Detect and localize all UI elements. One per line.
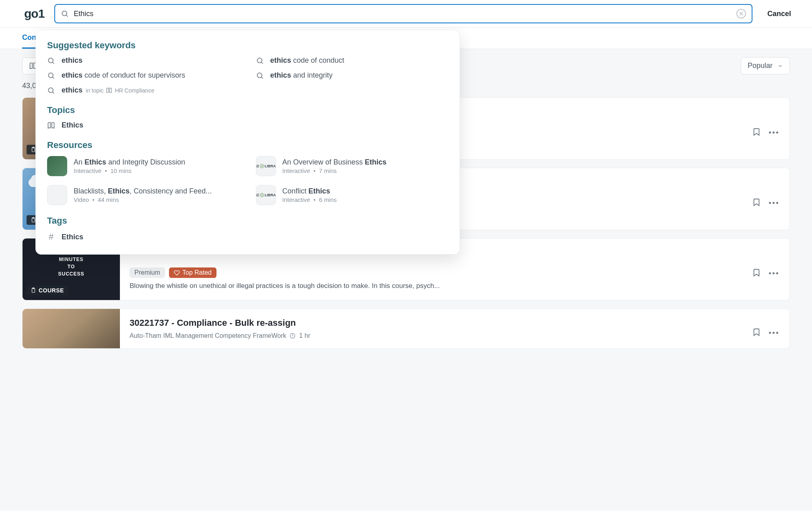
clipboard-icon: [31, 288, 36, 293]
sort-dropdown[interactable]: Popular: [741, 57, 790, 74]
svg-point-19: [48, 88, 53, 93]
svg-point-15: [48, 73, 53, 78]
resource-suggestion[interactable]: An Ethics and Integrity Discussion Inter…: [47, 156, 240, 176]
resources-section: Resources An Ethics and Integrity Discus…: [47, 140, 448, 205]
topic-suggestion[interactable]: Ethics: [47, 121, 448, 130]
search-icon: [256, 72, 264, 80]
badge-row: Premium Top Rated: [130, 267, 742, 278]
svg-line-14: [261, 62, 263, 64]
section-title: Topics: [47, 105, 448, 115]
search-icon: [61, 10, 69, 18]
card-title: 30221737 - Compliance - Bulk re-assign: [130, 318, 742, 328]
suggested-keywords-section: Suggested keywords ethics ethics code of…: [47, 40, 448, 95]
search-icon: [47, 57, 55, 65]
bookmark-button[interactable]: [752, 198, 761, 208]
resource-suggestion[interactable]: Blacklists, Ethics, Consistency and Feed…: [47, 185, 240, 205]
search-suggestions-panel: Suggested keywords ethics ethics code of…: [35, 30, 460, 255]
more-actions-button[interactable]: [769, 332, 778, 334]
section-title: Tags: [47, 216, 448, 226]
bookmark-button[interactable]: [752, 328, 761, 338]
svg-line-18: [261, 77, 263, 78]
bookmark-icon: [752, 127, 761, 136]
search-box[interactable]: [54, 4, 752, 23]
cancel-button[interactable]: Cancel: [763, 6, 796, 21]
top-rated-badge: Top Rated: [169, 267, 216, 278]
search-icon: [47, 86, 55, 95]
svg-point-0: [62, 11, 67, 16]
chevron-down-icon: [777, 63, 783, 69]
resource-suggestion[interactable]: IZLIBRA An Overview of Business Ethics I…: [256, 156, 449, 176]
keyword-suggestion[interactable]: ethics code of conduct for supervisors: [47, 71, 240, 80]
heart-icon: [174, 270, 180, 276]
bookmark-button[interactable]: [752, 127, 761, 138]
more-actions-button[interactable]: [769, 272, 778, 274]
more-actions-button[interactable]: [769, 132, 778, 134]
tag-suggestion[interactable]: # Ethics: [47, 232, 448, 242]
card-meta: Auto-Tham IML Management Competency Fram…: [130, 332, 742, 339]
keyword-suggestion[interactable]: ethics code of conduct: [256, 56, 449, 65]
card-actions: [752, 309, 789, 348]
premium-badge: Premium: [130, 267, 165, 278]
more-actions-button[interactable]: [769, 202, 778, 204]
resource-suggestion[interactable]: IZLIBRA Conflict Ethics Interactive • 6 …: [256, 185, 449, 205]
book-icon: [106, 87, 112, 94]
search-container: [54, 4, 752, 23]
body-area: Topics Popular 43,065 results COURSE: [0, 49, 812, 511]
card-actions: [752, 238, 789, 300]
search-icon: [47, 72, 55, 80]
keyword-suggestion[interactable]: ethics: [47, 56, 240, 65]
resource-thumbnail: [47, 185, 67, 205]
header: go1 Cancel: [0, 0, 812, 28]
bookmark-icon: [752, 198, 761, 207]
card-actions: [752, 98, 789, 159]
hash-icon: #: [47, 232, 55, 242]
book-icon: [47, 121, 55, 130]
svg-line-16: [53, 77, 54, 78]
card-description: Blowing the whistle on unethical or ille…: [130, 282, 742, 290]
bookmark-icon: [752, 328, 761, 337]
svg-line-20: [53, 92, 54, 93]
svg-point-11: [48, 58, 53, 63]
tags-section: Tags # Ethics: [47, 216, 448, 242]
section-title: Resources: [47, 140, 448, 150]
course-card[interactable]: 30221737 - Compliance - Bulk re-assign A…: [22, 308, 790, 349]
keyword-suggestion[interactable]: ethics and integrity: [256, 71, 449, 80]
sort-label: Popular: [748, 62, 773, 70]
logo: go1: [24, 7, 44, 21]
bookmark-button[interactable]: [752, 268, 761, 278]
clear-search-button[interactable]: [736, 9, 746, 19]
clock-icon: [289, 333, 296, 339]
card-body: 30221737 - Compliance - Bulk re-assign A…: [120, 309, 752, 348]
resource-thumbnail: IZLIBRA: [256, 185, 276, 205]
close-icon: [739, 12, 743, 16]
svg-line-12: [53, 62, 54, 64]
resource-thumbnail: [47, 156, 67, 176]
svg-point-17: [257, 73, 262, 78]
topics-section: Topics Ethics: [47, 105, 448, 130]
resource-thumbnail: IZLIBRA: [256, 156, 276, 176]
search-icon: [256, 57, 264, 65]
svg-line-1: [66, 15, 68, 17]
content-type-tag: COURSE: [27, 286, 68, 295]
bookmark-icon: [752, 268, 761, 277]
search-input[interactable]: [74, 10, 732, 18]
section-title: Suggested keywords: [47, 40, 448, 51]
card-actions: [752, 168, 789, 230]
card-thumbnail: [23, 309, 120, 348]
svg-point-13: [257, 58, 262, 63]
keyword-suggestion[interactable]: ethics in topic HR Compliance: [47, 86, 240, 95]
